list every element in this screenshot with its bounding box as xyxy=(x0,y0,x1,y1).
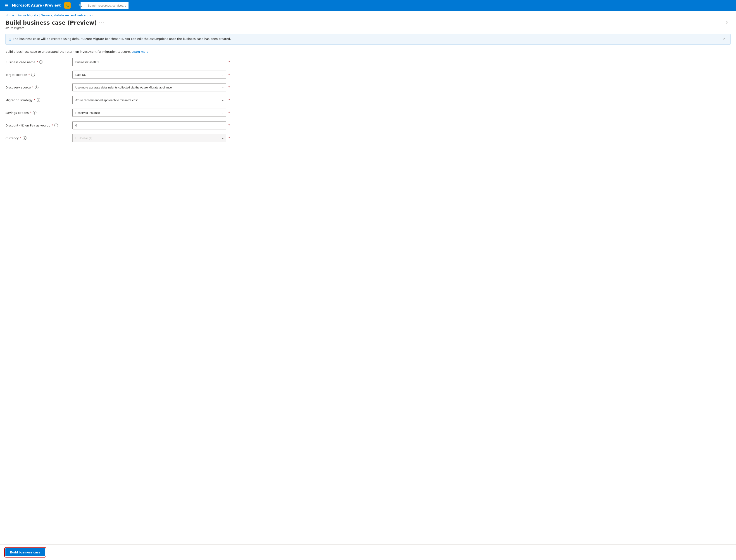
select-wrapper-migration-strategy: Azure recommended approach to minimize c… xyxy=(72,96,226,104)
required-indicator-3: * xyxy=(229,86,230,89)
input-wrapper-business-case-name: * xyxy=(72,58,226,66)
select-wrapper-savings-options: Reserved Instance None Azure Savings Pla… xyxy=(72,109,226,117)
label-discovery-source: Discovery source * i xyxy=(5,86,69,89)
required-star-5: * xyxy=(30,111,31,114)
panel-subtitle: Azure Migrate xyxy=(5,26,105,30)
form-row-currency: Currency * i US Dollar ($) Euro (€) Brit… xyxy=(5,134,731,142)
input-wrapper-discount: * xyxy=(72,121,226,129)
panel-footer: Build business case xyxy=(0,544,736,560)
required-indicator-6: * xyxy=(229,124,230,127)
form-row-target-location: Target location * i East US West US West… xyxy=(5,71,731,79)
breadcrumb-azure-migrate[interactable]: Azure Migrate | Servers, databases and w… xyxy=(18,14,91,17)
learn-more-link[interactable]: Learn more xyxy=(132,50,148,53)
required-indicator-2: * xyxy=(229,73,230,76)
info-icon-currency[interactable]: i xyxy=(23,136,26,140)
required-indicator-7: * xyxy=(229,136,230,140)
panel-title-area: Build business case (Preview) ··· Azure … xyxy=(5,20,105,30)
required-star-4: * xyxy=(34,98,35,102)
label-migration-strategy: Migration strategy * i xyxy=(5,98,69,102)
label-target-location: Target location * i xyxy=(5,73,69,76)
required-star-7: * xyxy=(20,136,21,140)
form-row-business-case-name: Business case name * i * xyxy=(5,58,731,66)
required-star-3: * xyxy=(32,86,33,89)
info-banner-icon: ℹ xyxy=(9,37,11,42)
page-wrapper: Home › Azure Migrate | Servers, database… xyxy=(0,11,736,560)
label-savings-options: Savings options * i xyxy=(5,111,69,114)
breadcrumb-sep-1: › xyxy=(15,14,16,17)
search-wrapper: 🔍 xyxy=(77,2,186,9)
info-banner-close-button[interactable]: ✕ xyxy=(722,37,727,41)
hamburger-menu-icon[interactable]: ☰ xyxy=(4,2,9,9)
breadcrumb-sep-2: › xyxy=(92,14,93,17)
select-wrapper-currency: US Dollar ($) Euro (€) British Pound (£)… xyxy=(72,134,226,142)
label-discount: Discount (%) on Pay as you go * i xyxy=(5,124,69,127)
required-star-1: * xyxy=(37,60,38,64)
form-row-savings-options: Savings options * i Reserved Instance No… xyxy=(5,109,731,117)
select-wrapper-discovery-source: Use more accurate data insights collecte… xyxy=(72,83,226,91)
select-wrapper-target-location: East US West US West Europe Southeast As… xyxy=(72,71,226,79)
info-icon-target-location[interactable]: i xyxy=(31,73,35,76)
form-area: Business case name * i * Target location… xyxy=(0,58,736,142)
required-star-6: * xyxy=(52,124,53,127)
migration-strategy-select[interactable]: Azure recommended approach to minimize c… xyxy=(72,96,226,104)
label-business-case-name: Business case name * i xyxy=(5,60,69,64)
close-button[interactable]: ✕ xyxy=(724,20,731,26)
form-row-discovery-source: Discovery source * i Use more accurate d… xyxy=(5,83,731,91)
required-indicator-4: * xyxy=(229,98,230,102)
info-icon-business-case-name[interactable]: i xyxy=(39,60,43,64)
info-icon-discount[interactable]: i xyxy=(54,124,58,127)
app-icon: 🐛 xyxy=(64,2,71,9)
panel-header: Build business case (Preview) ··· Azure … xyxy=(0,18,736,31)
panel-title-text: Build business case (Preview) xyxy=(5,20,97,26)
required-indicator-1: * xyxy=(229,60,230,64)
search-input[interactable] xyxy=(81,2,129,9)
panel-title: Build business case (Preview) ··· xyxy=(5,20,105,26)
form-row-discount: Discount (%) on Pay as you go * i * xyxy=(5,121,731,129)
label-currency: Currency * i xyxy=(5,136,69,140)
panel-title-ellipsis[interactable]: ··· xyxy=(99,21,105,25)
required-star-2: * xyxy=(29,73,30,76)
build-business-case-button[interactable]: Build business case xyxy=(5,548,45,556)
topbar: ☰ Microsoft Azure (Preview) 🐛 🔍 xyxy=(0,0,736,11)
target-location-select[interactable]: East US West US West Europe Southeast As… xyxy=(72,71,226,79)
app-title: Microsoft Azure (Preview) xyxy=(12,3,62,7)
discovery-source-select[interactable]: Use more accurate data insights collecte… xyxy=(72,83,226,91)
breadcrumb-home[interactable]: Home xyxy=(5,14,14,17)
form-row-migration-strategy: Migration strategy * i Azure recommended… xyxy=(5,96,731,104)
description: Build a business case to understand the … xyxy=(0,48,736,58)
breadcrumb: Home › Azure Migrate | Servers, database… xyxy=(0,11,736,18)
required-indicator-5: * xyxy=(229,111,230,114)
savings-options-select[interactable]: Reserved Instance None Azure Savings Pla… xyxy=(72,109,226,117)
info-banner-text: The business case will be created using … xyxy=(13,37,720,41)
business-case-name-input[interactable] xyxy=(72,58,226,66)
discount-input[interactable] xyxy=(72,121,226,129)
info-icon-discovery-source[interactable]: i xyxy=(35,86,38,89)
info-banner: ℹ The business case will be created usin… xyxy=(5,34,731,45)
currency-select[interactable]: US Dollar ($) Euro (€) British Pound (£) xyxy=(72,134,226,142)
info-icon-migration-strategy[interactable]: i xyxy=(37,98,40,102)
description-text: Build a business case to understand the … xyxy=(5,50,131,53)
info-icon-savings-options[interactable]: i xyxy=(33,111,36,114)
